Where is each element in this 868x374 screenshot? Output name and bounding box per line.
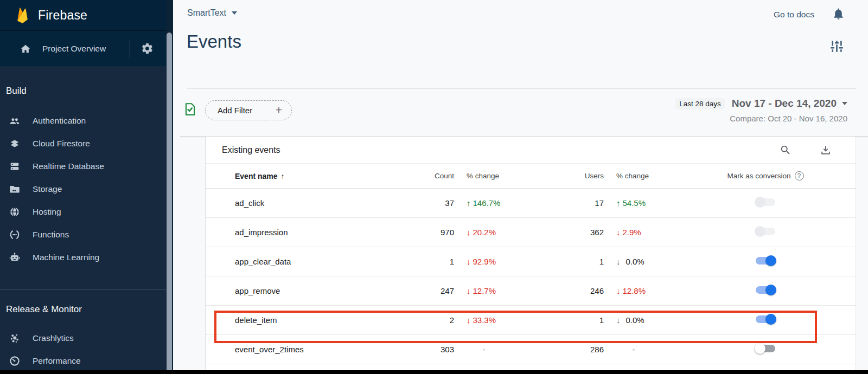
arrow-down-icon: ↓ bbox=[616, 228, 621, 237]
no-change-dash: - bbox=[467, 345, 501, 354]
users-cell: 1 bbox=[526, 257, 604, 266]
users-icon bbox=[9, 115, 21, 127]
divider bbox=[0, 289, 166, 290]
brand-name: Firebase bbox=[38, 8, 87, 23]
sidebar-item-crashlytics[interactable]: Crashlytics bbox=[0, 327, 166, 350]
go-to-docs-link[interactable]: Go to docs bbox=[774, 10, 814, 20]
users-change-cell: ↓0.0% bbox=[604, 257, 675, 266]
count-cell: 1 bbox=[397, 257, 454, 266]
table-row-app_remove: app_remove 247 ↓12.7% 246 ↓12.8% bbox=[206, 276, 856, 306]
card-title: Existing events bbox=[222, 145, 280, 155]
chevron-down-icon bbox=[842, 102, 847, 105]
column-users[interactable]: Users bbox=[526, 172, 604, 180]
sidebar-item-project-overview[interactable]: Project Overview bbox=[0, 31, 166, 66]
column-count[interactable]: Count bbox=[397, 172, 454, 180]
storage-icon bbox=[9, 183, 21, 195]
date-range-selector[interactable]: Nov 17 - Dec 14, 2020 bbox=[732, 98, 847, 109]
sidebar-item-storage[interactable]: Storage bbox=[0, 178, 166, 201]
sidebar-item-hosting[interactable]: Hosting bbox=[0, 201, 166, 223]
count-change-cell: ↓20.2% bbox=[454, 228, 526, 237]
search-icon[interactable] bbox=[780, 144, 792, 156]
users-change-cell: ↓0.0% bbox=[604, 315, 675, 325]
users-change-cell: - bbox=[604, 345, 675, 354]
date-range-chip: Last 28 days bbox=[675, 98, 725, 109]
scrollbar-thumb[interactable] bbox=[167, 33, 172, 374]
settings-gear-icon[interactable] bbox=[141, 42, 154, 55]
sidebar-item-label: Realtime Database bbox=[33, 162, 104, 171]
change-value: 12.8% bbox=[623, 286, 646, 295]
project-switcher[interactable]: SmartText bbox=[187, 8, 237, 18]
sidebar-item-performance[interactable]: Performance bbox=[0, 350, 166, 372]
sidebar-item-label: Functions bbox=[33, 230, 69, 240]
event-name-cell: ad_impression bbox=[206, 228, 397, 237]
firebase-console-window: Firebase Project Overview Build Authenti… bbox=[0, 0, 868, 374]
arrow-down-icon: ↓ bbox=[467, 228, 471, 237]
conversion-toggle bbox=[755, 226, 776, 237]
functions-icon bbox=[9, 229, 21, 241]
arrow-down-icon: ↓ bbox=[467, 257, 471, 266]
conversion-toggle[interactable] bbox=[755, 314, 776, 325]
change-value: 54.5% bbox=[623, 198, 646, 208]
firestore-icon bbox=[9, 138, 21, 150]
notifications-bell-icon[interactable] bbox=[832, 7, 845, 23]
count-change-cell: ↓33.3% bbox=[454, 315, 526, 325]
event-name-cell: delete_item bbox=[206, 315, 397, 325]
sidebar-item-label: Machine Learning bbox=[33, 253, 99, 262]
sidebar-item-label: Crashlytics bbox=[33, 333, 74, 343]
column-users-change[interactable]: % change bbox=[604, 172, 675, 180]
compare-range-label: Compare: Oct 20 - Nov 16, 2020 bbox=[730, 114, 847, 123]
users-change-cell: ↓12.8% bbox=[604, 286, 675, 295]
count-change-cell: - bbox=[454, 345, 526, 354]
conversion-toggle[interactable] bbox=[755, 255, 776, 266]
arrow-up-icon: ↑ bbox=[616, 198, 621, 208]
users-cell: 362 bbox=[526, 228, 604, 237]
chevron-down-icon bbox=[232, 11, 237, 15]
change-value: 20.2% bbox=[473, 228, 496, 237]
conversion-toggle[interactable] bbox=[755, 343, 776, 354]
table-row-app_clear_data: app_clear_data 1 ↓92.9% 1 ↓0.0% bbox=[206, 247, 856, 276]
count-change-cell: ↓12.7% bbox=[454, 286, 526, 295]
page-title: Events bbox=[187, 31, 241, 52]
count-change-cell: ↑146.7% bbox=[454, 198, 526, 208]
arrow-down-icon: ↓ bbox=[616, 315, 621, 325]
add-filter-button[interactable]: Add Filter + bbox=[205, 100, 292, 120]
table-row-event_over_2times: event_over_2times 303 - 286 - bbox=[206, 335, 856, 364]
sidebar-item-label: Authentication bbox=[33, 116, 86, 126]
column-event-name[interactable]: Event name ↑ bbox=[206, 172, 397, 180]
conversion-toggle[interactable] bbox=[755, 285, 776, 295]
sidebar-item-cloud-firestore[interactable]: Cloud Firestore bbox=[0, 132, 166, 155]
firebase-logo[interactable]: Firebase bbox=[0, 0, 166, 31]
download-icon[interactable] bbox=[820, 144, 832, 156]
users-change-cell: ↑54.5% bbox=[604, 198, 675, 208]
sidebar-item-functions[interactable]: Functions bbox=[0, 223, 166, 246]
count-cell: 2 bbox=[397, 315, 454, 325]
card-header: Existing events bbox=[206, 137, 856, 164]
conversion-toggle bbox=[755, 197, 776, 208]
sidebar-scrollbar[interactable] bbox=[166, 0, 173, 374]
sidebar-item-realtime-database[interactable]: Realtime Database bbox=[0, 155, 166, 178]
sidebar-item-label: Performance bbox=[33, 356, 81, 366]
event-name-cell: app_clear_data bbox=[206, 257, 397, 266]
crashlytics-icon bbox=[9, 332, 21, 344]
table-row-ad_click: ad_click 37 ↑146.7% 17 ↑54.5% bbox=[206, 189, 856, 218]
arrow-down-icon: ↓ bbox=[616, 257, 621, 266]
window-bottom-edge bbox=[0, 370, 868, 374]
sidebar-item-machine-learning[interactable]: Machine Learning bbox=[0, 246, 166, 269]
column-count-change[interactable]: % change bbox=[454, 172, 526, 180]
event-name-cell: event_over_2times bbox=[206, 345, 397, 354]
count-change-cell: ↓92.9% bbox=[454, 257, 526, 266]
tune-filters-icon[interactable] bbox=[829, 39, 844, 56]
help-icon[interactable]: ? bbox=[795, 171, 804, 180]
arrow-up-icon: ↑ bbox=[467, 198, 471, 208]
change-value: 92.9% bbox=[473, 257, 496, 266]
date-range-row: Last 28 days Nov 17 - Dec 14, 2020 bbox=[675, 98, 847, 109]
sidebar-item-authentication[interactable]: Authentication bbox=[0, 109, 166, 132]
conversion-toggle-cell bbox=[755, 197, 776, 210]
hosting-icon bbox=[9, 206, 21, 218]
users-cell: 286 bbox=[526, 345, 604, 354]
conversion-toggle-cell bbox=[755, 314, 776, 327]
users-cell: 1 bbox=[526, 315, 604, 325]
conversion-toggle-cell bbox=[755, 226, 776, 239]
change-value: 33.3% bbox=[473, 315, 496, 325]
change-value: 2.9% bbox=[623, 228, 641, 237]
